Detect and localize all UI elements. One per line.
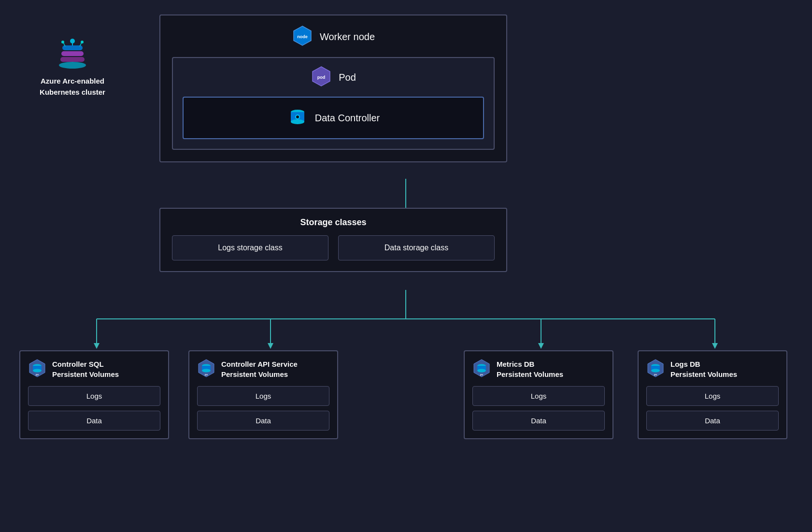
pv-title-4: Logs DBPersistent Volumes (670, 359, 737, 379)
svg-point-19 (61, 41, 64, 43)
svg-marker-4 (94, 343, 100, 349)
svg-marker-8 (538, 343, 544, 349)
svg-text:node: node (297, 34, 308, 39)
pv-icon-1: pv (28, 359, 46, 379)
pv-data-2: Data (197, 411, 329, 431)
main-layout: Azure Arc-enabledKubernetes cluster node… (0, 0, 812, 532)
pod-box: pod Pod Data (172, 57, 495, 150)
svg-point-38 (202, 369, 211, 373)
svg-point-43 (477, 369, 486, 373)
data-controller-box: Data Controller (183, 97, 484, 139)
svg-rect-13 (61, 51, 84, 56)
logs-storage-class: Logs storage class (172, 235, 328, 260)
pv-icon-3: pv (472, 359, 491, 379)
pv-icon-2: pv (197, 359, 215, 379)
data-controller-icon (287, 106, 308, 129)
svg-text:pv: pv (36, 373, 39, 376)
pv-title-2: Controller API ServicePersistent Volumes (221, 359, 298, 379)
storage-classes-title: Storage classes (172, 217, 495, 228)
pod-icon: pod (311, 66, 332, 89)
svg-point-48 (651, 369, 660, 373)
svg-point-27 (291, 119, 304, 124)
pv-data-1: Data (28, 411, 160, 431)
worker-node-title: Worker node (320, 31, 375, 43)
svg-point-16 (70, 39, 75, 43)
worker-node-icon: node (292, 25, 313, 48)
svg-point-20 (81, 41, 84, 43)
pv-icon-4: pv (646, 359, 665, 379)
cluster-icon (56, 39, 89, 72)
pv-box-1: pv Controller SQLPersistent Volumes Logs… (19, 350, 169, 439)
pv-box-3: pv Metrics DBPersistent Volumes Logs Dat… (464, 350, 613, 439)
storage-classes-box: Storage classes Logs storage class Data … (159, 208, 507, 272)
pv-title-1: Controller SQLPersistent Volumes (52, 359, 119, 379)
svg-point-29 (296, 115, 299, 118)
pv-logs-4: Logs (646, 386, 779, 406)
pv-title-3: Metrics DBPersistent Volumes (497, 359, 563, 379)
svg-point-11 (59, 62, 86, 69)
cluster-label: Azure Arc-enabledKubernetes cluster (24, 39, 121, 98)
svg-text:pv: pv (205, 373, 208, 376)
svg-text:pv: pv (480, 373, 483, 376)
pv-logs-2: Logs (197, 386, 329, 406)
pod-title: Pod (339, 72, 356, 83)
svg-point-33 (33, 369, 42, 373)
pv-logs-1: Logs (28, 386, 160, 406)
svg-rect-12 (60, 57, 85, 62)
cluster-title: Azure Arc-enabledKubernetes cluster (40, 76, 105, 98)
pv-logs-3: Logs (472, 386, 605, 406)
pv-data-4: Data (646, 411, 779, 431)
worker-node-box: node Worker node pod Pod (159, 14, 507, 162)
pv-box-4: pv Logs DBPersistent Volumes Logs Data (638, 350, 787, 439)
data-controller-title: Data Controller (315, 113, 380, 124)
svg-text:pod: pod (317, 75, 326, 80)
svg-text:pv: pv (654, 373, 657, 376)
svg-marker-6 (268, 343, 273, 349)
data-storage-class: Data storage class (338, 235, 495, 260)
pv-data-3: Data (472, 411, 605, 431)
svg-marker-10 (712, 343, 718, 349)
pv-box-2: pv Controller API ServicePersistent Volu… (188, 350, 338, 439)
